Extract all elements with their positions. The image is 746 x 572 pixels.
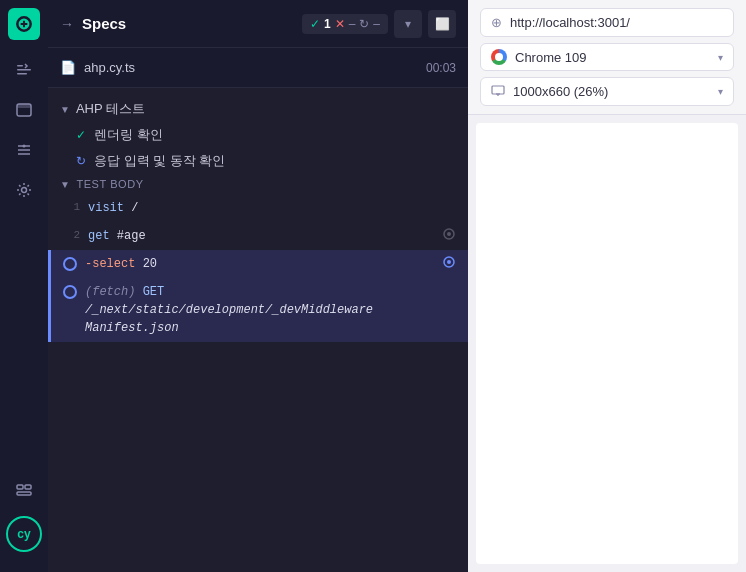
suite-label: AHP 테스트 bbox=[76, 100, 145, 118]
pin-icon2 bbox=[442, 255, 456, 273]
svg-rect-1 bbox=[17, 65, 23, 67]
pass-count: 1 bbox=[324, 17, 331, 31]
suite-header[interactable]: ▼ AHP 테스트 bbox=[48, 96, 468, 122]
svg-rect-3 bbox=[17, 73, 27, 75]
command-keyword: visit bbox=[88, 201, 124, 215]
svg-point-11 bbox=[22, 188, 27, 193]
svg-rect-12 bbox=[17, 485, 23, 489]
browser-bar: ⊕ http://localhost:3001/ Chrome 109 ▾ 10… bbox=[468, 0, 746, 115]
test-label: 렌더링 확인 bbox=[94, 126, 163, 144]
test-label: 응답 입력 및 동작 확인 bbox=[94, 152, 225, 170]
shortcuts-button[interactable] bbox=[6, 472, 42, 508]
svg-rect-2 bbox=[17, 69, 31, 71]
viewport-chevron-icon: ▾ bbox=[718, 86, 723, 97]
command-arg: 20 bbox=[143, 257, 157, 271]
dropdown-button[interactable]: ▾ bbox=[394, 10, 422, 38]
sidebar-item-specs[interactable] bbox=[6, 52, 42, 88]
file-time: 00:03 bbox=[426, 61, 456, 75]
command-keyword: get bbox=[88, 229, 110, 243]
cross-icon: ✕ bbox=[335, 17, 345, 31]
sidebar-bottom: cy bbox=[6, 472, 42, 564]
running-circle-icon bbox=[63, 257, 77, 271]
pass-icon: ✓ bbox=[76, 128, 86, 142]
url-icon: ⊕ bbox=[491, 15, 502, 30]
command-row-fetch[interactable]: (fetch) GET /_next/static/development/_d… bbox=[48, 278, 468, 342]
fetch-label: (fetch) bbox=[85, 285, 135, 299]
file-bar: 📄 ahp.cy.ts 00:03 bbox=[48, 48, 468, 88]
check-icon: ✓ bbox=[310, 17, 320, 31]
header: → Specs ✓ 1 ✕ – ↻ – ▾ ⬜ bbox=[48, 0, 468, 48]
svg-rect-5 bbox=[17, 104, 31, 108]
command-fetch-text: (fetch) GET /_next/static/development/_d… bbox=[85, 283, 456, 337]
fetch-url-line2: Manifest.json bbox=[85, 321, 179, 335]
fetch-url-line1: /_next/static/development/_devMiddleware bbox=[85, 303, 373, 317]
header-controls: ✓ 1 ✕ – ↻ – ▾ ⬜ bbox=[302, 10, 456, 38]
fetch-method: GET bbox=[143, 285, 165, 299]
command-minus-keyword: -select bbox=[85, 257, 135, 271]
sidebar-item-selector[interactable] bbox=[6, 132, 42, 168]
viewport-icon bbox=[491, 83, 505, 100]
command-num: 1 bbox=[60, 199, 80, 216]
commands-section-header[interactable]: ▼ TEST BODY bbox=[48, 174, 468, 194]
running-icon: ↻ bbox=[76, 154, 86, 168]
sidebar-item-settings[interactable] bbox=[6, 172, 42, 208]
svg-point-16 bbox=[447, 232, 451, 236]
svg-point-18 bbox=[447, 260, 451, 264]
specs-header-icon: → bbox=[60, 16, 74, 32]
command-arg: #age bbox=[117, 229, 146, 243]
chrome-icon bbox=[491, 49, 507, 65]
svg-rect-19 bbox=[492, 86, 504, 94]
commands-section-label: TEST BODY bbox=[76, 178, 143, 190]
spin-icon: ↻ bbox=[359, 17, 369, 31]
viewport-text: 1000x660 (26%) bbox=[513, 84, 710, 99]
command-row-active[interactable]: -select 20 bbox=[48, 250, 468, 278]
viewport-selector[interactable]: 1000x660 (26%) ▾ bbox=[480, 77, 734, 106]
status-pill: ✓ 1 ✕ – ↻ – bbox=[302, 14, 388, 34]
main-panel: → Specs ✓ 1 ✕ – ↻ – ▾ ⬜ 📄 ahp.cy.ts 00:0… bbox=[48, 0, 468, 572]
command-text: -select 20 bbox=[85, 255, 434, 273]
command-arg: / bbox=[131, 201, 138, 215]
url-text: http://localhost:3001/ bbox=[510, 15, 723, 30]
test-tree: ▼ AHP 테스트 ✓ 렌더링 확인 ↻ 응답 입력 및 동작 확인 ▼ TES… bbox=[48, 88, 468, 572]
command-row[interactable]: 2 get #age bbox=[48, 222, 468, 250]
pin-icon bbox=[442, 227, 456, 245]
svg-point-10 bbox=[23, 145, 26, 148]
file-icon: 📄 bbox=[60, 60, 76, 75]
browser-selector[interactable]: Chrome 109 ▾ bbox=[480, 43, 734, 71]
list-item[interactable]: ✓ 렌더링 확인 bbox=[48, 122, 468, 148]
cy-logo[interactable]: cy bbox=[6, 516, 42, 552]
page-title: Specs bbox=[82, 15, 294, 32]
file-name: ahp.cy.ts bbox=[84, 60, 418, 75]
preview-viewport bbox=[476, 123, 738, 564]
command-text: get #age bbox=[88, 227, 434, 245]
running-circle-icon2 bbox=[63, 285, 77, 299]
url-bar[interactable]: ⊕ http://localhost:3001/ bbox=[480, 8, 734, 37]
svg-rect-14 bbox=[17, 492, 31, 495]
list-item[interactable]: ↻ 응답 입력 및 동작 확인 bbox=[48, 148, 468, 174]
commands-chevron-icon: ▼ bbox=[60, 179, 70, 190]
sidebar-item-browser[interactable] bbox=[6, 92, 42, 128]
command-num: 2 bbox=[60, 227, 80, 244]
app-logo[interactable] bbox=[8, 8, 40, 40]
browser-name: Chrome 109 bbox=[515, 50, 710, 65]
browser-chevron-icon: ▾ bbox=[718, 52, 723, 63]
fullscreen-button[interactable]: ⬜ bbox=[428, 10, 456, 38]
command-text: visit / bbox=[88, 199, 456, 217]
suite-chevron-icon: ▼ bbox=[60, 104, 70, 115]
dash-separator: – bbox=[349, 17, 356, 31]
svg-rect-13 bbox=[25, 485, 31, 489]
sidebar: cy bbox=[0, 0, 48, 572]
command-row[interactable]: 1 visit / bbox=[48, 194, 468, 222]
dash-separator2: – bbox=[373, 17, 380, 31]
preview-panel: ⊕ http://localhost:3001/ Chrome 109 ▾ 10… bbox=[468, 0, 746, 572]
